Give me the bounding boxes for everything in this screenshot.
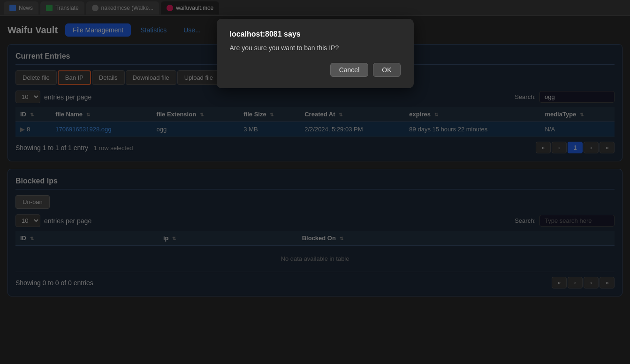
- dialog-message: Are you sure you want to ban this IP?: [230, 44, 401, 52]
- dialog-cancel-button[interactable]: Cancel: [330, 63, 369, 77]
- dialog-title: localhost:8081 says: [230, 30, 401, 38]
- dialog-ok-button[interactable]: OK: [373, 63, 400, 77]
- dialog-box: localhost:8081 says Are you sure you wan…: [217, 19, 414, 88]
- dialog-overlay: localhost:8081 says Are you sure you wan…: [0, 0, 630, 364]
- dialog-buttons: Cancel OK: [230, 63, 401, 77]
